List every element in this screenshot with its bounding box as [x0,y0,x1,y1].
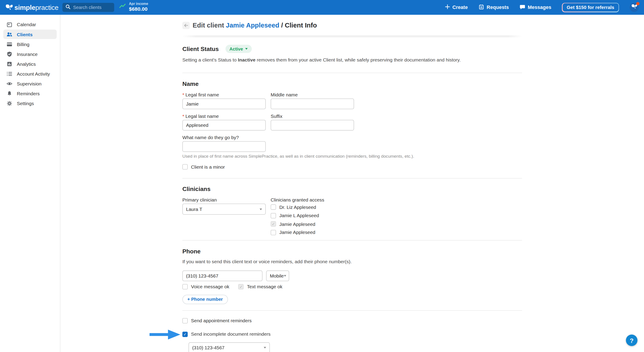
back-button[interactable] [182,22,190,29]
messages-button[interactable]: Messages [520,4,551,11]
simplepractice-logo[interactable]: simplepractice [5,3,58,11]
divider [182,73,522,73]
income-label: Apr income [129,1,148,6]
phone-description: If you want to send this client text or … [182,259,522,264]
clinicians-heading: Clinicians [182,186,522,192]
reminder-phone-select[interactable]: (310) 123-4567 [188,342,270,352]
card-icon [6,41,12,47]
bell-icon [6,91,12,96]
clinician-access-checkbox[interactable] [271,230,276,235]
name-heading: Name [182,80,522,87]
divider [182,310,522,311]
sidebar-item-settings[interactable]: Settings [3,99,57,108]
voice-message-ok-checkbox[interactable] [182,284,188,289]
sidebar-item-analytics[interactable]: Analytics [3,59,57,68]
chart-icon [6,61,12,67]
clinician-access-checkbox[interactable] [271,204,276,210]
required-asterisk: * [182,92,184,97]
account-menu-button[interactable] [630,3,639,12]
create-button[interactable]: Create [444,4,468,10]
divider [182,240,522,240]
sidebar-item-supervision[interactable]: Supervision [3,79,57,88]
legal-last-name-input[interactable] [182,120,266,131]
client-name-link[interactable]: Jamie Appleseed [226,22,279,29]
required-asterisk: * [182,114,184,118]
sidebar-item-account-activity[interactable]: Account Activity [3,69,57,78]
send-document-reminders-checkbox[interactable] [182,332,188,337]
suffix-input[interactable] [271,120,354,131]
clinician-access-option-jamie-appleseed[interactable]: Jamie Appleseed [271,221,394,227]
help-button[interactable]: ? [626,335,637,346]
requests-button[interactable]: Requests [478,4,509,11]
sidebar-item-insurance[interactable]: Insurance [3,49,57,59]
middle-name-label: Middle name [271,92,354,98]
voice-message-ok-row[interactable]: Voice message ok [182,284,229,289]
goes-by-help-text: Used in place of first name across Simpl… [182,153,434,158]
clinician-access-option-dr-liz-appleseed[interactable]: Dr. Liz Appleseed [271,204,394,210]
list-icon [6,71,12,77]
clinicians-access-label: Clinicians granted access [271,197,394,203]
butterfly-logo-icon [5,3,13,11]
clinician-access-checkbox[interactable] [271,213,276,218]
primary-clinician-label: Primary clinician [182,197,266,203]
status-badge-dropdown[interactable]: Active [225,45,252,53]
client-status-heading: Client Status [182,46,219,52]
income-summary[interactable]: Apr income $680.00 [119,1,148,12]
client-is-minor-checkbox[interactable] [182,164,188,170]
goes-by-input[interactable] [182,141,266,152]
page-header: Edit client Jamie Appleseed / Client Inf… [182,21,522,29]
goes-by-label: What name do they go by? [182,135,522,140]
chevron-down-icon [245,48,248,50]
suffix-label: Suffix [271,113,354,119]
sidebar-item-clients[interactable]: Clients [3,29,57,39]
client-is-minor-checkbox-row[interactable]: Client is a minor [182,164,522,170]
phone-type-select[interactable]: Mobile [266,270,289,281]
notification-dot [636,2,640,5]
sidebar-item-billing[interactable]: Billing [3,39,57,49]
referral-button[interactable]: Get $150 for referrals [562,3,619,12]
logo-wordmark: simplepractice [14,3,58,11]
status-description: Setting a client's Status to Inactive re… [182,57,522,63]
chevron-down-icon [260,208,262,210]
topbar: simplepractice Apr income $680.00 Create [0,0,644,15]
send-appointment-reminders-checkbox[interactable] [182,318,188,323]
text-message-ok-checkbox[interactable] [238,284,244,289]
requests-calendar-icon [478,4,484,11]
add-phone-number-button[interactable]: + Phone number [182,295,228,304]
shield-icon [6,51,12,57]
clinician-access-option-jamie-appleseed[interactable]: Jamie Appleseed [271,230,394,235]
app-window: simplepractice Apr income $680.00 Create [0,0,644,352]
divider [182,35,522,37]
legal-first-name-input[interactable] [182,99,266,109]
chat-bubble-icon [520,4,526,11]
chevron-down-icon [264,347,266,348]
search-box[interactable] [62,3,114,12]
plus-icon [444,4,450,10]
main-panel: Edit client Jamie Appleseed / Client Inf… [61,15,644,352]
primary-clinician-select[interactable]: Laura T [182,204,266,215]
annotation-arrow [150,329,180,342]
chevron-down-icon [284,275,286,276]
gear-icon [6,100,12,106]
income-value: $680.00 [129,6,148,12]
divider [182,178,522,179]
text-message-ok-row[interactable]: Text message ok [238,284,282,289]
search-icon [65,4,71,11]
send-appointment-reminders-row[interactable]: Send appointment reminders [182,318,522,323]
calendar-icon [6,21,12,27]
eye-icon [6,81,12,86]
clinician-access-option-jamie-l-appleseed[interactable]: Jamie L Appleseed [271,213,394,218]
middle-name-input[interactable] [271,99,354,109]
page-title: Edit client Jamie Appleseed / Client Inf… [193,22,317,29]
legal-last-name-label: *Legal last name [182,113,266,119]
phone-heading: Phone [182,248,522,254]
legal-first-name-label: *Legal first name [182,92,266,98]
phone-number-input[interactable] [182,270,262,281]
sidebar: CalendarClientsBillingInsuranceAnalytics… [0,15,60,352]
search-input[interactable] [73,5,110,10]
people-icon [6,31,12,37]
sidebar-item-reminders[interactable]: Reminders [3,88,57,98]
send-document-reminders-row[interactable]: Send incomplete document reminders [182,332,522,337]
clinician-access-checkbox[interactable] [271,221,276,227]
sidebar-item-calendar[interactable]: Calendar [3,20,57,29]
